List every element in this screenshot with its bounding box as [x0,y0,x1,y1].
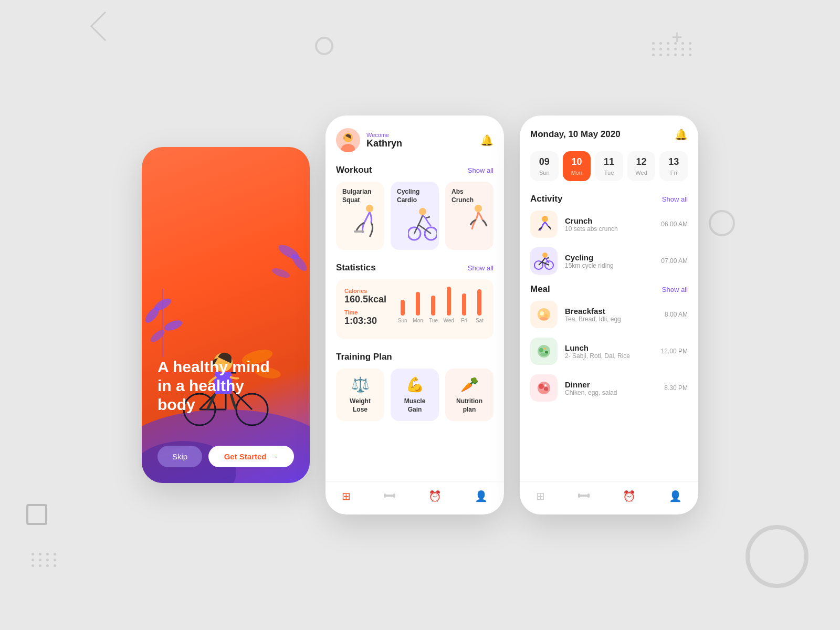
meal-show-all[interactable]: Show all [662,286,688,293]
workout-section-header: Workout Show all [336,165,494,175]
cal-name-tue: Tue [604,170,614,176]
chart-col-mon: Mon [412,292,423,323]
welcome-label: Wecome [366,132,402,138]
cal-day-09[interactable]: 09 Sun [530,151,559,181]
statistics-show-all[interactable]: Show all [468,264,494,272]
cycling-time: 07.00 AM [661,257,688,265]
svg-point-54 [539,384,544,389]
nav-workout-icon[interactable] [382,488,397,506]
meal-item-lunch: Lunch 2- Sabji, Roti, Dal, Rice 12.00 PM [530,338,688,365]
svg-rect-33 [393,494,395,498]
svg-point-48 [539,348,543,352]
cal-name-sun: Sun [539,170,550,176]
crunch-time: 06.00 AM [661,220,688,228]
svg-point-3 [149,328,166,344]
crunch-desc: 10 sets abs crunch [565,225,654,233]
crunch-info: Crunch 10 sets abs crunch [565,216,654,233]
profile-left: Wecome Kathryn [336,128,402,152]
meal-section-header: Meal Show all [530,284,688,295]
deco-square [26,504,47,525]
activity-title: Activity [530,194,562,204]
schedule-nav-profile-icon[interactable]: 👤 [667,488,684,506]
svg-line-40 [547,258,549,258]
chart-day-sat: Sat [476,318,484,323]
schedule-nav-schedule-icon[interactable]: ⏰ [621,488,638,506]
statistics-section-header: Statistics Show all [336,262,494,273]
dinner-desc: Chiken, egg, salad [565,389,657,396]
calories-value: 160.5kcal [344,294,386,305]
svg-rect-60 [587,494,590,498]
svg-point-51 [544,348,546,350]
workout-card-squat[interactable]: BulgarianSquat [336,182,384,250]
dinner-name: Dinner [565,380,657,389]
breakfast-info: Breackfast Tea, Bread, Idli, egg [565,307,657,323]
dinner-info: Dinner Chiken, egg, salad [565,380,657,396]
workout-card-title-cycling: CyclingCardio [397,188,433,204]
deco-plus: + [671,26,682,48]
cal-day-13[interactable]: 13 Fri [659,151,688,181]
training-card-weight-lose[interactable]: ⚖️ WeightLose [336,369,384,421]
workout-show-all[interactable]: Show all [468,166,494,174]
schedule-nav-workout-icon[interactable] [576,488,592,506]
user-name: Kathryn [366,138,402,149]
training-section-header: Training Plan [336,352,494,362]
schedule-nav-home-icon[interactable]: ⊞ [534,488,547,506]
crunch-name: Crunch [565,216,654,225]
cycling-info: Cycling 15km cycle riding [565,253,654,269]
workout-card-cycling[interactable]: CyclingCardio [391,182,439,250]
skip-button[interactable]: Skip [158,446,202,467]
splash-screen: A healthy mind in a healthy body Skip Ge… [142,147,310,483]
weight-lose-label: WeightLose [350,397,371,414]
svg-point-37 [542,253,548,258]
chart-bar-tue [431,296,435,316]
breakfast-thumb [530,301,558,328]
get-started-button[interactable]: Get Started → [208,446,294,467]
lunch-info: Lunch 2- Sabji, Roti, Dal, Rice [565,343,654,360]
weight-lose-icon: ⚖️ [351,376,370,393]
chart-col-wed: Wed [443,287,454,323]
chart-bar-mon [416,292,420,316]
cal-day-10[interactable]: 10 Mon [563,151,591,181]
workout-card-title-abs: AbsCrunch [452,188,487,204]
schedule-screen: Monday, 10 May 2020 🔔 09 Sun 10 Mon 11 T… [520,116,698,514]
chart-day-tue: Tue [429,318,438,323]
svg-rect-58 [579,495,589,497]
meal-title: Meal [530,284,550,295]
cal-name-wed: Wed [635,170,647,176]
cal-name-fri: Fri [670,170,677,176]
svg-line-29 [426,217,430,218]
nav-home-icon[interactable]: ⊞ [340,488,353,506]
notification-bell-icon[interactable]: 🔔 [480,134,494,146]
activity-section-header: Activity Show all [530,194,688,204]
deco-circle-top [315,37,333,55]
splash-content: A healthy mind in a healthy body Skip Ge… [158,358,294,467]
splash-title: A healthy mind in a healthy body [158,358,294,414]
cal-day-11[interactable]: 11 Tue [595,151,623,181]
cal-num-09: 09 [539,156,550,167]
profile-text: Wecome Kathryn [366,132,402,149]
nav-schedule-icon[interactable]: ⏰ [426,488,444,506]
abs-icon [463,204,491,246]
svg-point-56 [540,390,548,393]
training-card-muscle-gain[interactable]: 💪 MuscleGain [391,369,439,421]
svg-point-35 [542,216,548,222]
svg-rect-25 [354,230,364,233]
cal-num-10: 10 [571,156,582,167]
chart-day-fri: Fri [461,318,467,323]
chart-bar-wed [447,287,451,316]
svg-rect-59 [578,494,580,498]
training-card-nutrition[interactable]: 🥕 Nutritionplan [445,369,494,421]
svg-point-24 [366,205,373,212]
activity-show-all[interactable]: Show all [662,195,688,203]
deco-dots-grid [652,42,693,56]
svg-point-2 [163,318,183,332]
nav-profile-icon[interactable]: 👤 [472,488,490,506]
svg-point-44 [544,314,548,317]
meal-item-dinner: Dinner Chiken, egg, salad 8.30 PM [530,374,688,402]
cal-day-12[interactable]: 12 Wed [627,151,656,181]
workout-card-abs[interactable]: AbsCrunch [445,182,494,250]
schedule-notification-bell-icon[interactable]: 🔔 [675,128,688,141]
svg-point-43 [540,311,544,316]
calendar-strip: 09 Sun 10 Mon 11 Tue 12 Wed 13 Fri [530,151,688,181]
date-title: Monday, 10 May 2020 [530,129,621,140]
